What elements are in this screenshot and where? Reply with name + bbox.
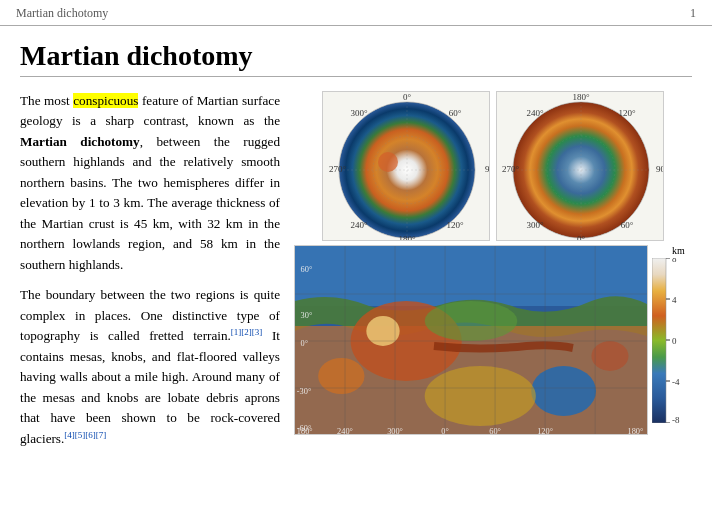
paragraph-2: The boundary between the two regions is … [20,285,280,449]
article-title: Martian dichotomy [20,40,692,77]
svg-text:-8: -8 [672,415,680,423]
svg-text:30°: 30° [301,310,313,320]
colorbar-svg: 8 4 0 -4 -8 [652,258,692,423]
svg-text:90°: 90° [485,164,490,174]
svg-point-15 [378,152,398,172]
svg-text:270°: 270° [502,164,520,174]
svg-text:0°: 0° [441,426,449,435]
svg-text:-30°: -30° [297,386,312,396]
mars-map-south-svg: 180° 90° 0° 270° 120° 60° 300° 240° [497,92,664,241]
svg-rect-32 [295,246,647,306]
page-header: Martian dichotomy 1 [0,0,712,26]
mars-map-cylindrical: 60° 30° 0° -30° -60° 180° 240° 300° 0° 6… [294,245,648,435]
svg-text:180°: 180° [627,426,643,435]
citation-123[interactable]: [1][2][3] [231,327,262,337]
svg-text:270°: 270° [329,164,347,174]
paragraph-1: The most conspicuous feature of Martian … [20,91,280,275]
highlight-conspicuous: conspicuous [73,93,138,108]
svg-text:300°: 300° [350,108,368,118]
mars-cylindrical-svg: 60° 30° 0° -30° -60° 180° 240° 300° 0° 6… [295,246,647,435]
svg-text:-4: -4 [672,377,680,387]
mars-map-north: 0° 90° 180° 270° 60° 120° 240° 300° [322,91,490,241]
svg-text:4: 4 [672,295,677,305]
svg-point-35 [366,316,399,346]
page-number: 1 [690,6,696,21]
svg-text:240°: 240° [526,108,544,118]
svg-text:240°: 240° [350,220,368,230]
colorbar: km [652,245,692,435]
svg-text:240°: 240° [337,426,353,435]
svg-point-38 [318,358,364,394]
svg-text:8: 8 [672,258,677,264]
citation-4567[interactable]: [4][5][6][7] [64,430,106,440]
text-column: The most conspicuous feature of Martian … [20,91,280,459]
page-content: Martian dichotomy The most conspicuous f… [0,26,712,473]
mars-map-south: 180° 90° 0° 270° 120° 60° 300° 240° [496,91,664,241]
svg-text:60°: 60° [301,264,313,274]
top-images-row: 0° 90° 180° 270° 60° 120° 240° 300° [294,91,692,241]
svg-text:300°: 300° [526,220,544,230]
svg-text:180°: 180° [572,92,590,102]
svg-text:60°: 60° [489,426,501,435]
svg-text:0°: 0° [403,92,412,102]
svg-text:60°: 60° [621,220,634,230]
svg-text:120°: 120° [618,108,636,118]
svg-text:120°: 120° [446,220,464,230]
article-body: The most conspicuous feature of Martian … [20,91,692,459]
svg-text:180°: 180° [297,426,313,435]
svg-text:0°: 0° [301,338,309,348]
svg-text:90°: 90° [656,164,664,174]
svg-point-36 [531,366,596,416]
bottom-map-container: 60° 30° 0° -30° -60° 180° 240° 300° 0° 6… [294,245,692,435]
colorbar-title: km [652,245,685,256]
mars-map-north-svg: 0° 90° 180° 270° 60° 120° 240° 300° [323,92,490,241]
svg-rect-62 [652,258,666,423]
bold-martian-dichotomy: Martian dichotomy [20,134,140,149]
svg-point-39 [591,341,628,371]
svg-text:300°: 300° [387,426,403,435]
svg-text:120°: 120° [537,426,553,435]
svg-text:0: 0 [672,336,677,346]
image-column: 0° 90° 180° 270° 60° 120° 240° 300° [294,91,692,459]
header-title: Martian dichotomy [16,6,108,21]
svg-point-40 [425,366,536,426]
svg-point-37 [425,301,518,341]
svg-text:60°: 60° [449,108,462,118]
